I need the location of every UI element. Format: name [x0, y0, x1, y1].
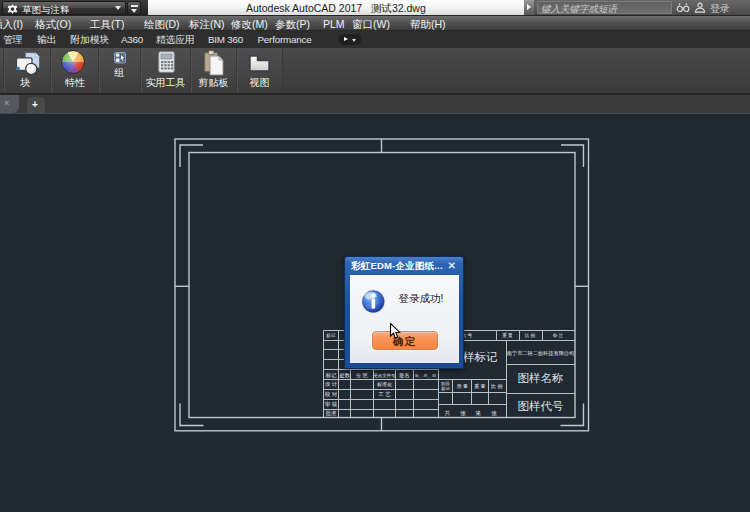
svg-text:张: 张 — [460, 410, 466, 417]
svg-text:南宁市二轻二纺科技有限公司: 南宁市二轻二纺科技有限公司 — [507, 350, 574, 357]
svg-text:年、月、日: 年、月、日 — [415, 373, 436, 378]
svg-text:质 量: 质 量 — [457, 383, 468, 389]
svg-text:审 核: 审 核 — [325, 401, 338, 407]
svg-text:标准化: 标准化 — [376, 381, 392, 388]
svg-text:批准: 批准 — [326, 410, 338, 417]
svg-text:更改文件号: 更改文件号 — [374, 373, 397, 378]
svg-text:比 例: 比 例 — [525, 333, 536, 339]
svg-text:第: 第 — [475, 410, 481, 416]
svg-text:标记: 标记 — [325, 372, 337, 379]
svg-text:处数: 处数 — [340, 372, 351, 379]
svg-text:分 区: 分 区 — [356, 372, 368, 378]
svg-text:共: 共 — [444, 410, 451, 416]
svg-text:张: 张 — [491, 410, 497, 417]
svg-text:校 对: 校 对 — [324, 391, 338, 397]
svg-text:设 计: 设 计 — [325, 381, 338, 387]
svg-text:备 注: 备 注 — [553, 333, 564, 338]
svg-text:工 艺: 工 艺 — [378, 391, 391, 397]
svg-text:图样代号: 图样代号 — [518, 400, 565, 412]
svg-text:比 例: 比 例 — [491, 383, 502, 390]
svg-text:图样名称: 图样名称 — [518, 372, 564, 384]
svg-text:签名: 签名 — [399, 372, 409, 379]
svg-text:重 量: 重 量 — [474, 383, 485, 389]
svg-text:标记: 标记 — [441, 386, 450, 392]
svg-text:重 量: 重 量 — [502, 332, 513, 338]
svg-text:标记: 标记 — [325, 332, 336, 339]
